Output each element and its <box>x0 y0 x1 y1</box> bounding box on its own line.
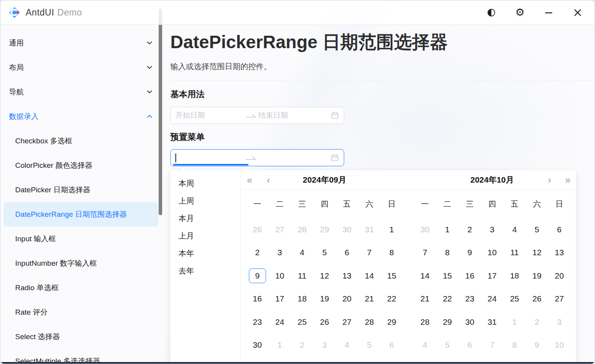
sidebar-item[interactable]: Radio 单选框 <box>4 275 158 300</box>
day-cell[interactable]: 3 <box>548 310 570 334</box>
day-cell[interactable]: 24 <box>481 287 504 311</box>
day-cell[interactable]: 21 <box>358 287 381 311</box>
day-cell[interactable]: 10 <box>481 241 504 265</box>
day-cell[interactable]: 18 <box>503 264 526 287</box>
day-cell[interactable]: 17 <box>269 287 291 311</box>
day-cell[interactable]: 20 <box>336 287 358 311</box>
day-cell[interactable]: 17 <box>481 264 504 287</box>
day-cell[interactable]: 3 <box>269 241 291 265</box>
sidebar-item[interactable]: DatePicker 日期选择器 <box>4 178 158 202</box>
day-cell[interactable]: 7 <box>358 241 381 265</box>
day-cell[interactable]: 4 <box>291 241 313 265</box>
sidebar-item[interactable]: SelectMultiple 多选选择器 <box>4 349 158 362</box>
day-cell[interactable]: 4 <box>414 334 436 357</box>
day-cell[interactable]: 6 <box>548 218 570 241</box>
day-cell[interactable]: 2 <box>458 218 481 241</box>
day-cell[interactable]: 25 <box>503 287 526 311</box>
day-cell[interactable]: 9 <box>458 241 481 265</box>
day-cell[interactable]: 30 <box>414 218 436 241</box>
day-cell[interactable]: 29 <box>380 310 403 334</box>
day-cell[interactable]: 14 <box>358 264 381 287</box>
preset-item[interactable]: 本周 <box>170 175 240 192</box>
day-cell[interactable]: 19 <box>526 264 548 287</box>
day-cell[interactable]: 22 <box>436 287 459 311</box>
preset-item[interactable]: 本月 <box>170 210 240 227</box>
day-cell[interactable]: 26 <box>246 218 269 241</box>
day-cell[interactable]: 11 <box>291 264 313 287</box>
preset-item[interactable]: 本年 <box>170 245 240 262</box>
preset-item[interactable]: 上月 <box>170 227 240 245</box>
sidebar-item[interactable]: 通用 <box>4 31 158 55</box>
day-cell[interactable]: 9 <box>526 334 548 357</box>
day-cell[interactable]: 6 <box>336 241 358 265</box>
day-cell[interactable]: 23 <box>458 287 481 311</box>
day-cell[interactable]: 26 <box>526 287 548 311</box>
theme-toggle-button[interactable] <box>483 5 500 20</box>
day-cell[interactable]: 1 <box>380 218 403 241</box>
date-range-input-basic[interactable]: 开始日期 结束日期 <box>170 107 344 124</box>
day-cell[interactable]: 5 <box>526 218 548 241</box>
day-cell[interactable]: 6 <box>458 334 481 357</box>
day-cell[interactable]: 16 <box>246 287 269 311</box>
day-cell[interactable]: 6 <box>380 334 403 357</box>
day-cell[interactable]: 13 <box>548 241 570 265</box>
day-cell[interactable]: 7 <box>414 241 436 265</box>
day-cell[interactable]: 15 <box>436 264 459 287</box>
sidebar-item[interactable]: 数据录入 <box>4 104 158 129</box>
day-cell[interactable]: 8 <box>436 241 459 265</box>
minimize-button[interactable] <box>540 5 557 20</box>
day-cell[interactable]: 10 <box>269 264 291 287</box>
day-cell[interactable]: 18 <box>291 287 313 311</box>
day-cell[interactable]: 19 <box>313 287 336 311</box>
day-cell[interactable]: 23 <box>246 310 269 334</box>
day-cell[interactable]: 11 <box>503 241 526 265</box>
day-cell[interactable]: 28 <box>414 310 436 334</box>
day-cell[interactable]: 8 <box>380 241 403 265</box>
day-cell[interactable]: 8 <box>503 334 526 357</box>
day-cell[interactable]: 27 <box>548 287 570 311</box>
next-month-button[interactable]: › <box>548 170 551 190</box>
preset-item[interactable]: 去年 <box>170 262 240 280</box>
day-cell[interactable]: 28 <box>358 310 381 334</box>
day-cell[interactable]: 1 <box>503 310 526 334</box>
day-cell[interactable]: 4 <box>336 334 358 357</box>
day-cell[interactable]: 1 <box>436 218 459 241</box>
sidebar-item[interactable]: DatePickerRange 日期范围选择器 <box>4 202 158 226</box>
day-cell[interactable]: 29 <box>436 310 459 334</box>
sidebar-item[interactable]: Input 输入框 <box>4 226 158 251</box>
date-range-input-preset[interactable] <box>170 149 344 166</box>
day-cell[interactable]: 3 <box>313 334 336 357</box>
day-cell[interactable]: 12 <box>526 241 548 265</box>
sidebar-item[interactable]: ColorPicker 颜色选择器 <box>4 153 158 178</box>
close-button[interactable] <box>569 5 586 20</box>
day-cell[interactable]: 4 <box>503 218 526 241</box>
day-cell[interactable]: 30 <box>246 334 269 357</box>
day-cell[interactable]: 2 <box>291 334 313 357</box>
day-cell[interactable]: 12 <box>313 264 336 287</box>
day-cell[interactable]: 30 <box>336 218 358 241</box>
day-cell[interactable]: 31 <box>358 218 381 241</box>
day-cell[interactable]: 2 <box>246 241 269 265</box>
day-cell[interactable]: 30 <box>458 310 481 334</box>
day-cell[interactable]: 7 <box>481 334 504 357</box>
day-cell[interactable]: 13 <box>336 264 358 287</box>
day-cell[interactable]: 24 <box>269 310 291 334</box>
day-cell[interactable]: 31 <box>481 310 504 334</box>
sidebar-item[interactable]: 导航 <box>4 80 158 104</box>
day-cell[interactable]: 21 <box>414 287 436 311</box>
day-cell[interactable]: 5 <box>313 241 336 265</box>
day-cell[interactable]: 26 <box>313 310 336 334</box>
day-cell[interactable]: 25 <box>291 310 313 334</box>
day-cell[interactable]: 28 <box>291 218 313 241</box>
day-cell[interactable]: 5 <box>358 334 381 357</box>
day-cell[interactable]: 2 <box>526 310 548 334</box>
day-cell[interactable]: 14 <box>414 264 436 287</box>
day-cell-today[interactable]: 9 <box>246 264 269 287</box>
day-cell[interactable]: 16 <box>458 264 481 287</box>
day-cell[interactable]: 27 <box>336 310 358 334</box>
day-cell[interactable]: 1 <box>269 334 291 357</box>
sidebar-scrollbar[interactable] <box>159 9 162 215</box>
sidebar-item[interactable]: InputNumber 数字输入框 <box>4 251 158 275</box>
day-cell[interactable]: 29 <box>313 218 336 241</box>
day-cell[interactable]: 27 <box>269 218 291 241</box>
